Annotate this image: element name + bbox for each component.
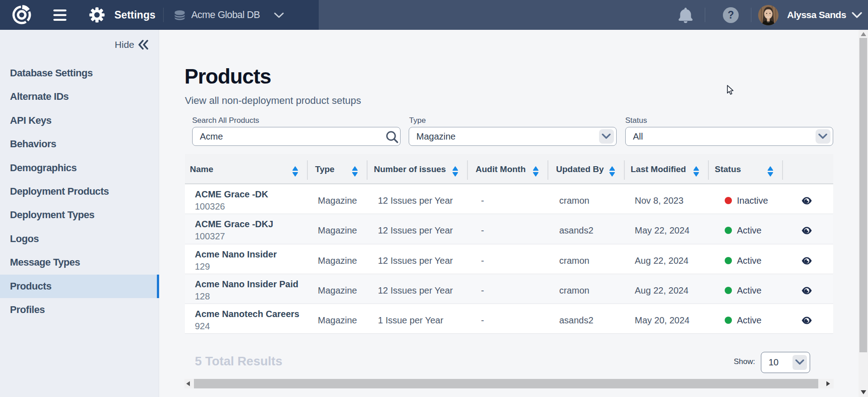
svg-text:?: ? [727, 9, 734, 21]
